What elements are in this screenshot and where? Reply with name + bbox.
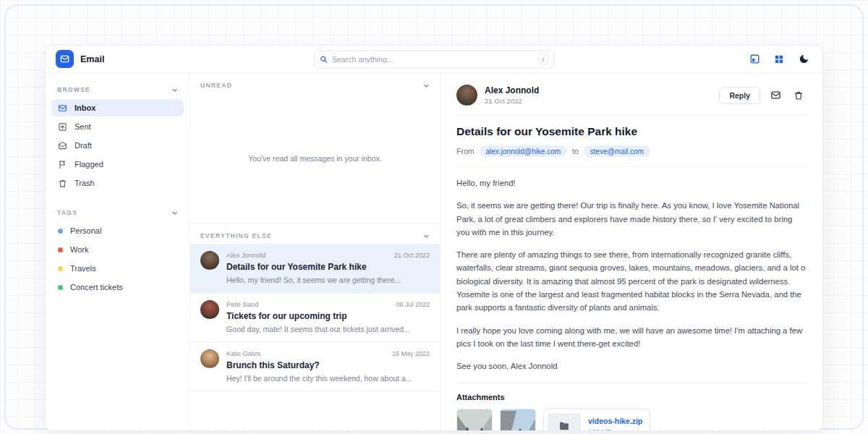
tag-item-concert-tickets[interactable]: Concert tickets [51, 278, 184, 296]
email-subject: Brunch this Saturday? [226, 360, 430, 370]
attachment-image-1[interactable] [456, 409, 493, 430]
sidebar-item-draft[interactable]: Draft [51, 137, 184, 154]
draft-icon [58, 141, 67, 150]
email-paragraph: I really hope you love coming along with… [456, 324, 807, 351]
envelope-icon [770, 90, 781, 101]
unread-section: UNREAD You've read all messages in your … [190, 73, 440, 224]
trash-icon [58, 179, 67, 188]
search-input[interactable] [332, 55, 534, 64]
chevron-down-icon [171, 87, 178, 93]
folder-icon [548, 413, 581, 430]
email-sender: Kate Gates [226, 349, 261, 357]
attachment-image-2[interactable] [500, 409, 536, 430]
email-item-content: Kate Gates 16 May 2022 Brunch this Satur… [226, 349, 430, 383]
reader-date: 21 Oct 2022 [485, 97, 539, 105]
search-bar[interactable]: / [314, 50, 554, 68]
dark-mode-toggle[interactable] [795, 51, 812, 68]
avatar [200, 349, 219, 368]
sent-icon [58, 122, 67, 132]
tag-label: Concert tickets [70, 283, 123, 292]
email-sender: Pete Sand [226, 300, 258, 308]
tag-item-personal[interactable]: Personal [51, 222, 184, 239]
email-paragraph: See you soon, Alex Jonnold [456, 359, 807, 373]
sidebar-layout-button[interactable] [746, 51, 763, 68]
everything-else-section-header[interactable]: EVERYTHING ELSE [190, 224, 440, 244]
email-paragraph: There are plenty of amazing things to se… [456, 248, 807, 314]
trash-icon [793, 90, 804, 101]
sidebar-item-trash[interactable]: Trash [51, 174, 184, 192]
brand: Email [56, 50, 104, 68]
browse-section-header[interactable]: BROWSE [51, 80, 184, 98]
divider [456, 115, 807, 116]
reader-sender-name: Alex Jonnold [485, 85, 539, 95]
reply-button[interactable]: Reply [719, 87, 760, 104]
email-body: Hello, my friend! So, it seems we are ge… [456, 176, 807, 373]
browse-nav: Inbox Sent Draft [51, 99, 184, 192]
app-title: Email [80, 54, 104, 64]
tag-color-dot [58, 285, 63, 290]
sidebar-item-inbox[interactable]: Inbox [51, 99, 184, 116]
email-item-content: Alex Jonnold 21 Oct 2022 Details for our… [226, 251, 430, 284]
file-size: 100 MB [588, 427, 642, 430]
email-sender: Alex Jonnold [226, 251, 265, 259]
flag-icon [58, 160, 67, 169]
from-email-chip[interactable]: alex.jonnold@hike.com [480, 145, 568, 157]
tag-label: Work [70, 245, 88, 254]
unread-section-header[interactable]: UNREAD [190, 73, 440, 93]
unread-label: UNREAD [200, 82, 232, 89]
email-date: 16 May 2022 [392, 350, 430, 357]
landscape-photo-icon [501, 409, 536, 430]
topbar-actions [746, 51, 812, 68]
attachments-row: videos-hike.zip 100 MB [456, 409, 807, 430]
sidebar-item-label: Flagged [75, 160, 103, 169]
mail-list-pane: UNREAD You've read all messages in your … [190, 73, 441, 430]
everything-else-label: EVERYTHING ELSE [200, 232, 272, 239]
tag-label: Personal [70, 226, 101, 235]
avatar [456, 85, 477, 106]
topbar: Email / [46, 46, 822, 73]
tags-section-header[interactable]: TAGS [51, 203, 184, 221]
reader-sender-block: Alex Jonnold 21 Oct 2022 [485, 85, 539, 105]
tags-block: TAGS Personal Work [51, 203, 184, 296]
email-reader-pane: Alex Jonnold 21 Oct 2022 Reply [441, 73, 822, 430]
attachment-file-card[interactable]: videos-hike.zip 100 MB [543, 409, 650, 430]
tag-item-work[interactable]: Work [51, 241, 184, 258]
reader-actions: Reply [719, 87, 807, 104]
email-preview: Hey! I'll be around the city this weeken… [226, 374, 430, 383]
tag-color-dot [58, 229, 63, 234]
chevron-down-icon [171, 210, 178, 216]
reader-meta-row: From alex.jonnold@hike.com to steve@mail… [456, 145, 807, 157]
search-icon [320, 55, 328, 63]
forward-email-button[interactable] [767, 88, 783, 103]
avatar [200, 300, 219, 319]
email-item-content: Pete Sand 06 Jul 2022 Tickets for our up… [226, 300, 430, 333]
email-list-item[interactable]: Alex Jonnold 21 Oct 2022 Details for our… [190, 244, 440, 293]
email-date: 21 Oct 2022 [394, 252, 430, 259]
app-body: BROWSE Inbox [46, 73, 822, 430]
sidebar-item-label: Draft [75, 141, 92, 150]
inbox-icon [58, 103, 67, 113]
email-subject: Details for our Yosemite Park hike [226, 262, 430, 272]
attachments-label: Attachments [456, 393, 807, 401]
chevron-down-icon [423, 233, 430, 239]
email-paragraph: So, it seems we are getting there! Our t… [456, 199, 807, 239]
email-list-item[interactable]: Kate Gates 16 May 2022 Brunch this Satur… [190, 342, 440, 391]
landscape-photo-icon [457, 409, 493, 430]
delete-email-button[interactable] [791, 88, 807, 103]
tag-item-travels[interactable]: Travels [51, 260, 184, 277]
apps-grid-icon [774, 54, 784, 64]
email-preview: Good day, mate! It seems that our ticket… [226, 325, 430, 333]
apps-grid-button[interactable] [770, 51, 788, 68]
moon-icon [799, 54, 809, 64]
avatar [200, 251, 219, 270]
email-logo-icon [56, 50, 74, 68]
file-info: videos-hike.zip 100 MB [588, 417, 642, 430]
to-email-chip[interactable]: steve@mail.com [584, 145, 650, 157]
email-list-item[interactable]: Pete Sand 06 Jul 2022 Tickets for our up… [190, 293, 440, 342]
reader-header: Alex Jonnold 21 Oct 2022 Reply [456, 85, 807, 106]
email-app-window: Email / [45, 45, 823, 431]
sidebar-item-flagged[interactable]: Flagged [51, 156, 184, 173]
sidebar-item-sent[interactable]: Sent [51, 118, 184, 135]
sidebar: BROWSE Inbox [46, 73, 190, 430]
browse-label: BROWSE [57, 86, 90, 93]
